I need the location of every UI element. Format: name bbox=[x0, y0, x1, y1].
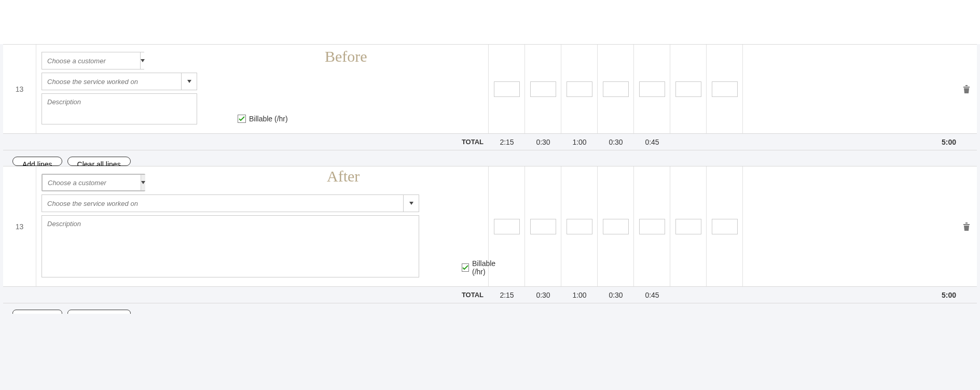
totals-row: TOTAL 2:15 0:30 1:00 0:30 0:45 5:00 bbox=[3, 287, 977, 303]
delete-row-button[interactable] bbox=[956, 222, 977, 231]
customer-dropdown-button[interactable] bbox=[140, 52, 145, 69]
time-columns bbox=[489, 45, 977, 133]
time-cell-spacer bbox=[743, 45, 956, 133]
check-icon bbox=[462, 264, 468, 271]
add-lines-button[interactable]: Add lines bbox=[12, 157, 62, 166]
customer-select[interactable] bbox=[42, 52, 144, 69]
time-cell bbox=[634, 166, 670, 286]
service-dropdown-button[interactable] bbox=[403, 195, 419, 212]
total-cell: 0:30 bbox=[525, 138, 561, 146]
description-textarea[interactable] bbox=[42, 93, 197, 124]
timesheet-row-after: 13 After Billable (/hr) bbox=[3, 166, 977, 287]
trash-icon bbox=[963, 85, 970, 93]
chevron-down-icon bbox=[409, 202, 413, 205]
chevron-down-icon bbox=[141, 59, 145, 62]
total-label: TOTAL bbox=[3, 138, 489, 146]
annotation-before: Before bbox=[325, 48, 367, 65]
grand-total: 5:00 bbox=[743, 138, 977, 146]
time-cell bbox=[598, 45, 634, 133]
time-input[interactable] bbox=[530, 219, 556, 234]
trash-icon bbox=[963, 222, 970, 231]
description-textarea[interactable] bbox=[42, 215, 419, 277]
customer-input[interactable] bbox=[42, 52, 140, 69]
details-column: Before Billable (/hr) bbox=[36, 45, 489, 133]
action-buttons: Add lines Clear all lines bbox=[0, 150, 980, 166]
clear-all-lines-button[interactable]: Clear all lines bbox=[67, 157, 131, 166]
time-cell bbox=[634, 45, 670, 133]
details-column: After Billable (/hr) bbox=[36, 166, 489, 286]
action-buttons: Add lines Clear all lines bbox=[0, 303, 980, 314]
total-cell: 0:45 bbox=[634, 291, 670, 299]
time-cell bbox=[707, 45, 743, 133]
time-input[interactable] bbox=[530, 81, 556, 97]
annotation-after: After bbox=[327, 168, 360, 185]
service-input[interactable] bbox=[42, 73, 181, 90]
time-input[interactable] bbox=[494, 219, 520, 234]
chevron-down-icon bbox=[187, 80, 191, 83]
total-cell: 0:30 bbox=[598, 138, 634, 146]
time-input[interactable] bbox=[639, 219, 665, 234]
time-input[interactable] bbox=[712, 81, 738, 97]
add-lines-button[interactable]: Add lines bbox=[12, 310, 62, 314]
time-input[interactable] bbox=[603, 81, 629, 97]
service-input[interactable] bbox=[42, 195, 403, 212]
time-input[interactable] bbox=[675, 81, 701, 97]
customer-dropdown-button[interactable] bbox=[141, 175, 145, 190]
billable-checkbox[interactable] bbox=[462, 263, 469, 272]
billable-label: Billable (/hr) bbox=[472, 259, 496, 276]
billable-checkbox-wrap[interactable]: Billable (/hr) bbox=[462, 259, 496, 276]
time-cell bbox=[707, 166, 743, 286]
time-cell bbox=[561, 45, 598, 133]
time-input[interactable] bbox=[603, 219, 629, 234]
customer-select[interactable] bbox=[42, 174, 145, 191]
time-cell bbox=[525, 166, 561, 286]
time-columns bbox=[489, 166, 977, 286]
time-input[interactable] bbox=[712, 219, 738, 234]
billable-checkbox-wrap[interactable]: Billable (/hr) bbox=[238, 115, 288, 123]
total-cell: 1:00 bbox=[561, 138, 598, 146]
time-input[interactable] bbox=[639, 81, 665, 97]
timesheet-row-before: 13 Before Billable (/hr) bbox=[3, 44, 977, 134]
billable-checkbox[interactable] bbox=[238, 115, 246, 123]
total-label: TOTAL bbox=[3, 291, 489, 299]
time-cell bbox=[598, 166, 634, 286]
clear-all-lines-button[interactable]: Clear all lines bbox=[67, 310, 131, 314]
time-input[interactable] bbox=[494, 81, 520, 97]
chevron-down-icon bbox=[141, 181, 145, 184]
time-input[interactable] bbox=[675, 219, 701, 234]
service-dropdown-button[interactable] bbox=[181, 73, 197, 90]
totals-row: TOTAL 2:15 0:30 1:00 0:30 0:45 5:00 bbox=[3, 134, 977, 150]
time-cell bbox=[489, 45, 525, 133]
total-cell: 0:30 bbox=[598, 291, 634, 299]
billable-label: Billable (/hr) bbox=[249, 115, 288, 123]
total-cell: 2:15 bbox=[489, 138, 525, 146]
total-cell: 2:15 bbox=[489, 291, 525, 299]
row-number: 13 bbox=[3, 45, 36, 133]
time-cell-spacer bbox=[743, 166, 956, 286]
row-number: 13 bbox=[3, 166, 36, 286]
time-cell bbox=[670, 45, 707, 133]
total-cell: 0:45 bbox=[634, 138, 670, 146]
service-select[interactable] bbox=[42, 73, 197, 90]
customer-input[interactable] bbox=[43, 175, 141, 190]
time-cell bbox=[670, 166, 707, 286]
total-cell: 1:00 bbox=[561, 291, 598, 299]
time-cell bbox=[525, 45, 561, 133]
grand-total: 5:00 bbox=[743, 291, 977, 299]
time-input[interactable] bbox=[567, 81, 592, 97]
time-cell bbox=[561, 166, 598, 286]
total-cell: 0:30 bbox=[525, 291, 561, 299]
check-icon bbox=[239, 116, 245, 122]
service-select[interactable] bbox=[42, 194, 419, 212]
delete-row-button[interactable] bbox=[956, 85, 977, 93]
time-input[interactable] bbox=[567, 219, 592, 234]
